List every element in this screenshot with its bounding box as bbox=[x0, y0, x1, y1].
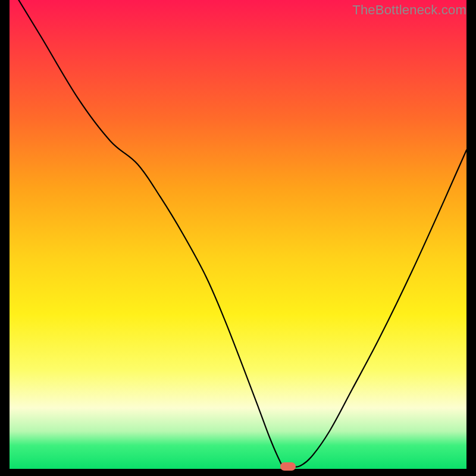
plot-area bbox=[10, 0, 466, 469]
bottleneck-curve bbox=[10, 0, 466, 469]
watermark-text: TheBottleneck.com bbox=[352, 2, 466, 18]
chart-frame: TheBottleneck.com bbox=[0, 0, 476, 476]
optimal-point-marker bbox=[280, 462, 296, 471]
